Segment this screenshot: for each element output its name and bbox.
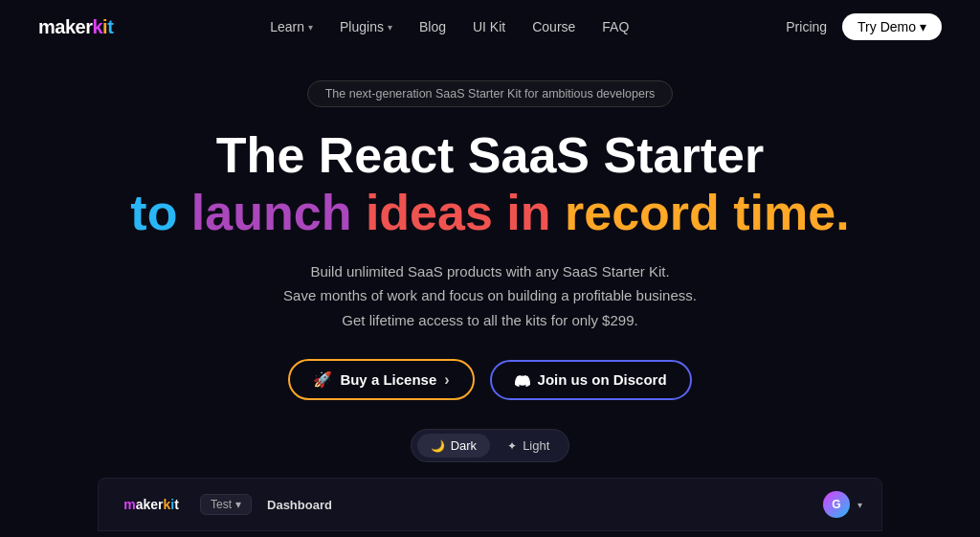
hero-title-line2: to launch ideas in record time. xyxy=(130,185,849,242)
chevron-down-icon: ▾ xyxy=(920,19,926,34)
hero-word-ideas: ideas xyxy=(366,185,493,240)
nav-uikit[interactable]: UI Kit xyxy=(473,19,505,34)
avatar-chevron-icon: ▾ xyxy=(858,500,862,510)
nav-center: Learn ▾ Plugins ▾ Blog UI Kit Course FAQ xyxy=(270,19,629,34)
chevron-down-icon: ▾ xyxy=(388,22,392,33)
preview-logo: makerkit xyxy=(118,497,185,512)
preview-avatar: G xyxy=(823,491,850,518)
hero-word-launch: launch xyxy=(191,185,352,240)
preview-dashboard-label: Dashboard xyxy=(267,498,332,512)
nav-blog[interactable]: Blog xyxy=(419,19,446,34)
nav-learn[interactable]: Learn ▾ xyxy=(270,19,313,34)
hero-word-in: in xyxy=(506,185,550,240)
hero-buttons: 🚀 Buy a License › Join us on Discord xyxy=(288,359,691,400)
hero-word-time: time. xyxy=(733,185,849,240)
hero-section: The next-generation SaaS Starter Kit for… xyxy=(0,54,980,531)
sun-icon: ✦ xyxy=(507,439,517,453)
dark-mode-button[interactable]: 🌙 Dark xyxy=(417,434,490,458)
nav-logo: makerkit xyxy=(38,14,113,39)
nav-course[interactable]: Course xyxy=(532,19,575,34)
preview-test-pill[interactable]: Test ▾ xyxy=(200,494,252,515)
light-mode-button[interactable]: ✦ Light xyxy=(494,434,563,458)
arrow-icon: › xyxy=(444,371,449,389)
rocket-icon: 🚀 xyxy=(313,370,332,389)
hero-subtitle: Build unlimited SaaS products with any S… xyxy=(283,259,697,333)
chevron-down-icon: ▾ xyxy=(235,498,241,511)
nav-faq[interactable]: FAQ xyxy=(602,19,629,34)
chevron-down-icon: ▾ xyxy=(308,22,313,33)
hero-word-record: record xyxy=(565,185,720,240)
nav-pricing[interactable]: Pricing xyxy=(786,19,827,34)
navbar: makerkit Learn ▾ Plugins ▾ Blog UI Kit C… xyxy=(0,0,980,54)
hero-badge: The next-generation SaaS Starter Kit for… xyxy=(307,80,674,107)
try-demo-button[interactable]: Try Demo ▾ xyxy=(842,13,942,40)
preview-bar: makerkit Test ▾ Dashboard G ▾ xyxy=(98,478,882,531)
hero-word-to: to xyxy=(130,185,177,240)
hero-title-line1: The React SaaS Starter xyxy=(216,128,764,183)
discord-icon xyxy=(515,371,530,388)
join-discord-button[interactable]: Join us on Discord xyxy=(490,360,692,399)
moon-icon: 🌙 xyxy=(431,439,445,453)
theme-toggle[interactable]: 🌙 Dark ✦ Light xyxy=(411,429,570,462)
nav-right: Pricing Try Demo ▾ xyxy=(786,13,942,40)
nav-plugins[interactable]: Plugins ▾ xyxy=(340,19,392,34)
buy-license-button[interactable]: 🚀 Buy a License › xyxy=(288,359,474,400)
